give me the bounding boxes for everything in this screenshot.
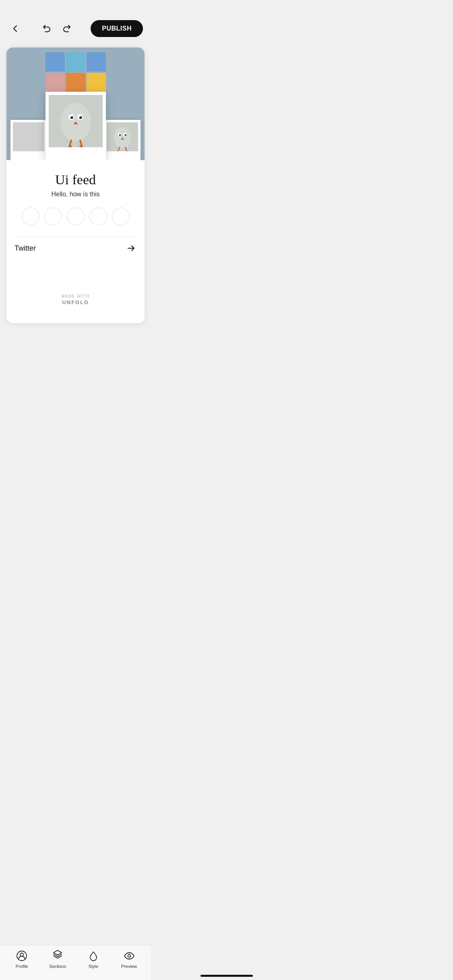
undo-button[interactable] [39, 21, 54, 36]
made-with-section: MADE WITH UNFOLD [14, 282, 137, 313]
bottom-spacer [0, 331, 151, 367]
twitter-link-label: Twitter [14, 244, 36, 253]
svg-point-7 [79, 116, 80, 117]
undo-icon [42, 24, 52, 33]
avatar-row [14, 208, 137, 225]
svg-point-6 [70, 116, 71, 117]
card-content: Ui feed Hello, how is this Twitter MADE … [6, 160, 145, 323]
avatar-5[interactable] [112, 208, 130, 225]
egg-character-svg [49, 95, 103, 147]
top-bar-center [39, 21, 74, 36]
back-button[interactable] [8, 21, 23, 36]
polaroid-center [46, 92, 106, 160]
polaroid-right [104, 120, 141, 160]
cube-cell [66, 52, 85, 72]
card-subtitle: Hello, how is this [14, 191, 137, 198]
avatar-4[interactable] [89, 208, 107, 225]
polaroid-left-image [13, 122, 44, 151]
top-bar: PUBLISH [0, 0, 151, 43]
cube-cell [46, 52, 65, 72]
egg-character-small-svg [107, 122, 138, 151]
polaroid-left [10, 120, 47, 160]
redo-icon [62, 24, 72, 33]
avatar-2[interactable] [44, 208, 62, 225]
made-with-label: MADE WITH [14, 294, 137, 299]
polaroid-center-image [49, 95, 103, 147]
avatar-1[interactable] [22, 208, 39, 225]
link-arrow-icon [125, 243, 137, 254]
back-arrow-icon [11, 24, 20, 33]
avatar-3[interactable] [67, 208, 85, 225]
main-card: Ui feed Hello, how is this Twitter MADE … [6, 47, 145, 323]
cube-cell [87, 52, 106, 72]
svg-point-19 [119, 134, 121, 136]
card-title: Ui feed [14, 172, 137, 187]
made-with-brand: UNFOLD [14, 299, 137, 305]
spacer [14, 266, 137, 282]
cube-cell [87, 73, 106, 92]
polaroid-right-image [107, 122, 138, 151]
cube-cell [46, 73, 65, 92]
redo-button[interactable] [60, 21, 74, 36]
publish-button[interactable]: PUBLISH [91, 20, 143, 37]
twitter-link-row[interactable]: Twitter [14, 237, 137, 259]
svg-point-20 [125, 134, 126, 136]
rubiks-cube [44, 51, 108, 96]
cube-cell [66, 73, 85, 92]
photo-area [6, 47, 145, 160]
